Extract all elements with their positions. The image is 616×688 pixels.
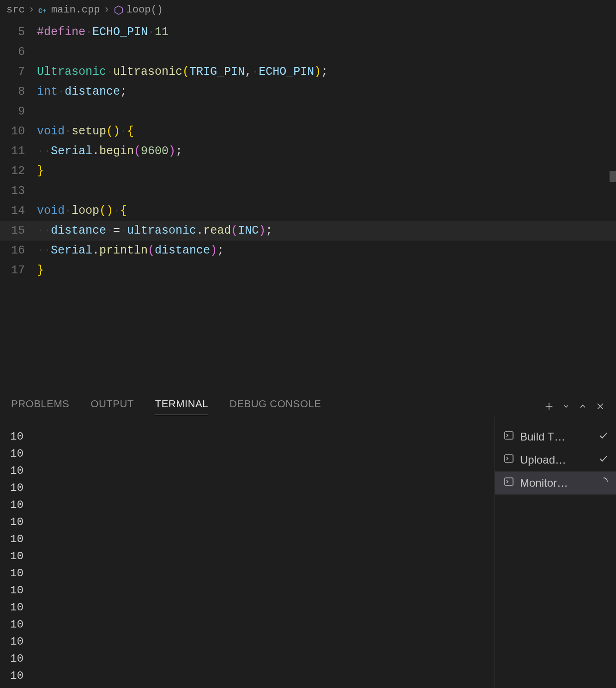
svg-rect-7 — [505, 478, 513, 485]
code-content: #define·ECHO_PIN·11 — [37, 22, 616, 42]
line-number: 6 — [0, 42, 37, 62]
terminal-line: 10 — [10, 582, 484, 599]
breadcrumb-symbol[interactable]: loop() — [114, 4, 163, 16]
terminal-line: 10 — [10, 548, 484, 565]
line-number: 10 — [0, 121, 37, 141]
terminal-line: 10 — [10, 479, 484, 496]
terminal-icon — [503, 476, 514, 490]
code-content: int·distance; — [37, 82, 616, 102]
terminal-line: 10 — [10, 667, 484, 684]
terminal-task-item[interactable]: Build T… — [495, 425, 616, 448]
code-line[interactable]: 15··distance·=·ultrasonic.read(INC); — [0, 221, 616, 241]
code-content: Ultrasonic·ultrasonic(TRIG_PIN,·ECHO_PIN… — [37, 62, 616, 82]
breadcrumb-symbol-label: loop() — [127, 4, 163, 16]
chevron-right-icon: › — [103, 4, 109, 16]
spinner-icon — [598, 477, 609, 489]
line-number: 12 — [0, 161, 37, 181]
breadcrumb-folder-label: src — [6, 4, 25, 16]
code-content: } — [37, 260, 616, 280]
maximize-panel-button[interactable] — [578, 402, 587, 411]
check-icon — [598, 430, 609, 443]
breadcrumb: src › C+ main.cpp › loop() — [0, 0, 616, 20]
line-number: 13 — [0, 181, 37, 201]
terminal-line: 10 — [10, 633, 484, 650]
terminal-line: 10 — [10, 599, 484, 616]
svg-rect-5 — [505, 432, 513, 439]
svg-rect-6 — [505, 455, 513, 462]
terminal-task-list: Build T…Upload…Monitor… — [495, 417, 616, 688]
code-line[interactable]: 13 — [0, 181, 616, 201]
line-number: 9 — [0, 102, 37, 121]
code-line[interactable]: 11··Serial.begin(9600); — [0, 141, 616, 161]
bottom-panel: PROBLEMSOUTPUTTERMINALDEBUG CONSOLE 1010… — [0, 390, 616, 688]
new-terminal-button[interactable] — [544, 401, 554, 411]
line-number: 16 — [0, 241, 37, 260]
terminal-line: 10 — [10, 462, 484, 479]
terminal-line: 10 — [10, 650, 484, 667]
line-number: 5 — [0, 22, 37, 42]
breadcrumb-file-label: main.cpp — [51, 4, 100, 16]
code-content: void·setup()·{ — [37, 121, 616, 141]
code-line[interactable]: 10void·setup()·{ — [0, 121, 616, 141]
code-content: ··Serial.begin(9600); — [37, 141, 616, 161]
code-content: ··Serial.println(distance); — [37, 241, 616, 260]
code-content: void·loop()·{ — [37, 201, 616, 221]
line-number: 7 — [0, 62, 37, 82]
code-editor[interactable]: 5#define·ECHO_PIN·1167Ultrasonic·ultraso… — [0, 20, 616, 390]
code-line[interactable]: 12} — [0, 161, 616, 181]
panel-tabs: PROBLEMSOUTPUTTERMINALDEBUG CONSOLE — [0, 390, 616, 417]
terminal-icon — [503, 430, 514, 444]
line-number: 11 — [0, 141, 37, 161]
code-content: ··distance·=·ultrasonic.read(INC); — [37, 221, 616, 241]
terminal-line: 10 — [10, 445, 484, 462]
terminal-line: 10 — [10, 565, 484, 582]
check-icon — [598, 453, 609, 466]
chevron-right-icon: › — [29, 4, 35, 16]
breadcrumb-file[interactable]: C+ main.cpp — [38, 4, 100, 16]
terminal-line: 10 — [10, 531, 484, 548]
code-line[interactable]: 7Ultrasonic·ultrasonic(TRIG_PIN,·ECHO_PI… — [0, 62, 616, 82]
terminal-line: 10 — [10, 616, 484, 633]
terminal-task-item[interactable]: Upload… — [495, 448, 616, 471]
method-icon — [114, 5, 124, 15]
line-number: 14 — [0, 201, 37, 221]
code-line[interactable]: 5#define·ECHO_PIN·11 — [0, 22, 616, 42]
terminal-task-item[interactable]: Monitor… — [495, 471, 616, 495]
terminal-line: 10 — [10, 428, 484, 445]
terminal-output[interactable]: 101010101010101010101010101010 — [0, 417, 495, 688]
task-label: Upload… — [520, 453, 593, 466]
breadcrumb-folder[interactable]: src — [6, 4, 25, 16]
task-label: Build T… — [520, 430, 593, 443]
tab-debug-console[interactable]: DEBUG CONSOLE — [229, 398, 321, 415]
terminal-line: 10 — [10, 496, 484, 513]
task-label: Monitor… — [520, 477, 593, 489]
tab-problems[interactable]: PROBLEMS — [11, 398, 69, 415]
tab-terminal[interactable]: TERMINAL — [155, 398, 208, 415]
panel-body: 101010101010101010101010101010 Build T…U… — [0, 417, 616, 688]
terminal-line: 10 — [10, 513, 484, 531]
cpp-file-icon: C+ — [38, 5, 48, 15]
code-line[interactable]: 16··Serial.println(distance); — [0, 241, 616, 260]
close-panel-button[interactable] — [596, 402, 605, 411]
code-line[interactable]: 14void·loop()·{ — [0, 201, 616, 221]
terminal-icon — [503, 453, 514, 467]
code-line[interactable]: 17} — [0, 260, 616, 280]
scrollbar-thumb[interactable] — [610, 171, 616, 182]
code-line[interactable]: 9 — [0, 102, 616, 121]
line-number: 8 — [0, 82, 37, 102]
line-number: 15 — [0, 221, 37, 241]
terminal-dropdown-button[interactable] — [562, 403, 570, 410]
panel-actions — [544, 401, 605, 411]
code-line[interactable]: 8int·distance; — [0, 82, 616, 102]
code-line[interactable]: 6 — [0, 42, 616, 62]
code-content: } — [37, 161, 616, 181]
svg-text:C+: C+ — [38, 7, 47, 14]
tab-output[interactable]: OUTPUT — [91, 398, 133, 415]
line-number: 17 — [0, 260, 37, 280]
